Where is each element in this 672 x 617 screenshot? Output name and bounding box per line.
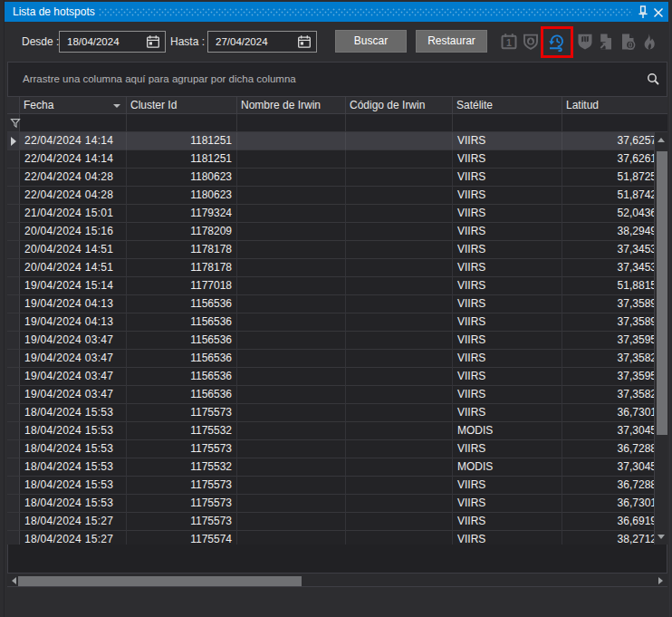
cell-latitud[interactable]: 37,6257 [562, 132, 654, 150]
cell-cluster-id[interactable]: 1178178 [127, 241, 237, 259]
restaurar-button[interactable]: Restaurar [416, 30, 487, 53]
cell-latitud[interactable]: 38,2712 [562, 531, 654, 545]
cell-latitud[interactable]: 37,3453 [562, 259, 654, 277]
calendar-day-icon[interactable]: 1 [500, 33, 518, 51]
horizontal-scrollbar[interactable] [7, 573, 667, 587]
table-row[interactable]: 20/04/2024 14:511178178VIIRS37,3453 [7, 241, 654, 259]
table-row[interactable]: 18/04/2024 15:531175573VIIRS36,7288 [7, 440, 654, 458]
table-row[interactable]: 19/04/2024 04:131156536VIIRS37,3589 [7, 295, 654, 313]
cell-nombre-de-irwin[interactable] [237, 368, 346, 386]
cell-latitud[interactable]: 37,3582 [562, 386, 654, 404]
map-shield-icon[interactable] [576, 33, 594, 51]
cell-latitud[interactable]: 36,7301 [562, 495, 654, 513]
table-row[interactable]: 18/04/2024 15:531175532MODIS37,3045 [7, 458, 654, 477]
cell-nombre-de-irwin[interactable] [237, 187, 346, 205]
cell-cluster-id[interactable]: 1175573 [127, 513, 237, 531]
cell-codigo-de-irwin[interactable] [346, 440, 453, 458]
cell-fecha[interactable]: 18/04/2024 15:53 [20, 458, 127, 477]
buscar-button[interactable]: Buscar [335, 30, 407, 53]
cell-codigo-de-irwin[interactable] [346, 332, 453, 350]
cell-latitud[interactable]: 38,2949 [562, 223, 654, 241]
cell-cluster-id[interactable]: 1178209 [127, 223, 237, 241]
cell-satelite[interactable]: VIIRS [453, 277, 562, 295]
cell-satelite[interactable]: VIIRS [453, 295, 562, 313]
column-header-cluster-id[interactable]: Cluster Id [127, 97, 237, 113]
cell-codigo-de-irwin[interactable] [346, 477, 453, 495]
cell-satelite[interactable]: VIIRS [453, 477, 562, 495]
cell-satelite[interactable]: VIIRS [453, 132, 562, 150]
cell-fecha[interactable]: 19/04/2024 03:47 [20, 386, 127, 404]
cell-fecha[interactable]: 19/04/2024 15:14 [20, 277, 127, 295]
cell-cluster-id[interactable]: 1178178 [127, 259, 237, 277]
cell-satelite[interactable]: VIIRS [453, 241, 562, 259]
cell-codigo-de-irwin[interactable] [346, 458, 453, 477]
cell-latitud[interactable]: 37,3582 [562, 350, 654, 368]
cell-cluster-id[interactable]: 1156536 [127, 295, 237, 313]
table-row[interactable]: 20/04/2024 15:161178209VIIRS38,2949 [7, 223, 654, 241]
cell-codigo-de-irwin[interactable] [346, 150, 453, 169]
group-by-panel[interactable]: Arrastre una columna aquí para agrupar p… [8, 63, 667, 96]
cell-codigo-de-irwin[interactable] [346, 223, 453, 241]
cell-fecha[interactable]: 19/04/2024 04:13 [20, 313, 127, 332]
horizontal-scrollbar-thumb[interactable] [18, 576, 302, 586]
cell-codigo-de-irwin[interactable] [346, 386, 453, 404]
cell-cluster-id[interactable]: 1175573 [127, 440, 237, 458]
cell-cluster-id[interactable]: 1156536 [127, 350, 237, 368]
cell-latitud[interactable]: 37,3045 [562, 422, 654, 440]
cell-latitud[interactable]: 37,3045 [562, 458, 654, 477]
cell-satelite[interactable]: VIIRS [453, 313, 562, 332]
table-row[interactable]: 22/04/2024 04:281180623VIIRS51,8742 [7, 187, 654, 205]
cell-nombre-de-irwin[interactable] [237, 440, 346, 458]
cell-nombre-de-irwin[interactable] [237, 477, 346, 495]
cell-fecha[interactable]: 19/04/2024 03:47 [20, 350, 127, 368]
cell-nombre-de-irwin[interactable] [237, 223, 346, 241]
cell-latitud[interactable]: 51,8815 [562, 277, 654, 295]
cell-cluster-id[interactable]: 1180623 [127, 169, 237, 187]
cell-codigo-de-irwin[interactable] [346, 422, 453, 440]
cell-codigo-de-irwin[interactable] [346, 350, 453, 368]
cell-fecha[interactable]: 18/04/2024 15:27 [20, 531, 127, 545]
cell-cluster-id[interactable]: 1175532 [127, 422, 237, 440]
cell-satelite[interactable]: VIIRS [453, 368, 562, 386]
cell-cluster-id[interactable]: 1179324 [127, 205, 237, 223]
cell-satelite[interactable]: VIIRS [453, 187, 562, 205]
cell-satelite[interactable]: VIIRS [453, 386, 562, 404]
cell-latitud[interactable]: 36,7288 [562, 477, 654, 495]
cell-fecha[interactable]: 18/04/2024 15:53 [20, 477, 127, 495]
cell-satelite[interactable]: MODIS [453, 458, 562, 477]
fire-icon[interactable] [639, 33, 658, 51]
cell-nombre-de-irwin[interactable] [237, 386, 346, 404]
cell-codigo-de-irwin[interactable] [346, 495, 453, 513]
desde-date-input[interactable]: 18/04/2024 [59, 31, 166, 53]
calendar-dropdown-icon[interactable] [146, 34, 160, 49]
cell-nombre-de-irwin[interactable] [237, 422, 346, 440]
cell-latitud[interactable]: 37,3589 [562, 295, 654, 313]
cell-satelite[interactable]: VIIRS [453, 350, 562, 368]
cell-nombre-de-irwin[interactable] [237, 513, 346, 531]
cell-satelite[interactable]: MODIS [453, 422, 562, 440]
cell-codigo-de-irwin[interactable] [346, 404, 453, 422]
cell-fecha[interactable]: 20/04/2024 14:51 [20, 241, 127, 259]
filter-cell-codigo[interactable] [346, 114, 453, 132]
cell-latitud[interactable]: 51,8742 [562, 187, 654, 205]
table-row[interactable]: 18/04/2024 15:531175573VIIRS36,7288 [7, 477, 654, 495]
cell-fecha[interactable]: 19/04/2024 04:13 [20, 295, 127, 313]
cell-cluster-id[interactable]: 1177018 [127, 277, 237, 295]
cell-fecha[interactable]: 21/04/2024 15:01 [20, 205, 127, 223]
cell-latitud[interactable]: 52,0436 [562, 205, 654, 223]
column-header-nombre-de-irwin[interactable]: Nombre de Irwin [237, 97, 346, 113]
cell-latitud[interactable]: 36,6919 [562, 513, 654, 531]
cell-fecha[interactable]: 20/04/2024 14:51 [20, 259, 127, 277]
vertical-scrollbar[interactable] [654, 132, 667, 545]
table-row[interactable]: 19/04/2024 03:471156536VIIRS37,3582 [7, 386, 654, 404]
vertical-scrollbar-thumb[interactable] [657, 151, 667, 435]
cell-latitud[interactable]: 36,7301 [562, 404, 654, 422]
pin-icon[interactable] [636, 5, 650, 20]
cell-fecha[interactable]: 19/04/2024 03:47 [20, 332, 127, 350]
cell-fecha[interactable]: 22/04/2024 14:14 [20, 150, 127, 169]
cell-satelite[interactable]: VIIRS [453, 531, 562, 545]
cell-nombre-de-irwin[interactable] [237, 277, 346, 295]
cell-fecha[interactable]: 19/04/2024 03:47 [20, 368, 127, 386]
cell-nombre-de-irwin[interactable] [237, 495, 346, 513]
cell-cluster-id[interactable]: 1175574 [127, 531, 237, 545]
